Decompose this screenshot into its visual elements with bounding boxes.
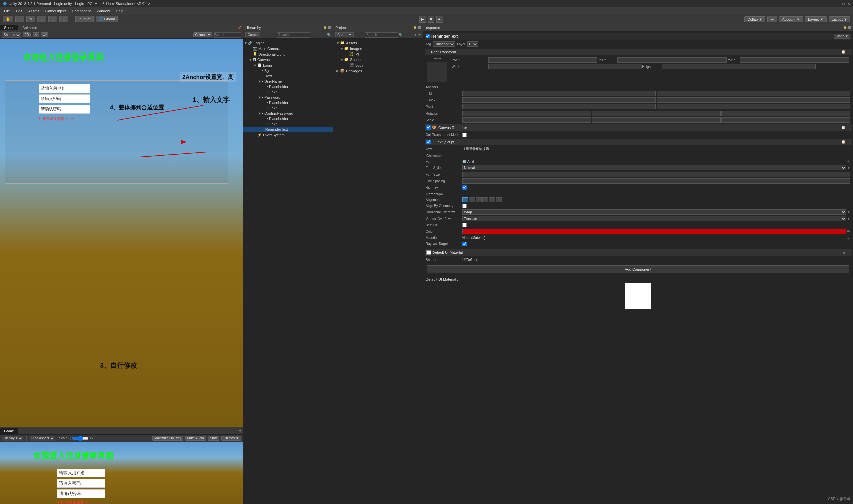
raycast-checkbox[interactable] [462, 241, 467, 246]
project-assets[interactable]: ▼ 📁 Assets [335, 40, 422, 46]
rect-transform-section[interactable]: ⊞ Rect Transform 📋 ⋮ [425, 49, 852, 55]
cr-paste-icon[interactable]: 📋 [841, 126, 845, 129]
mat-menu-icon[interactable]: ⋮ [846, 251, 850, 254]
cloud-button[interactable]: ☁ [767, 16, 777, 22]
scale-tool[interactable]: ⊞ [37, 16, 46, 22]
align-center-mid[interactable]: ≡ [489, 197, 495, 202]
project-menu-icon[interactable]: ☰ [418, 26, 421, 29]
align-by-geometry-checkbox[interactable] [462, 203, 467, 208]
pause-button[interactable]: ⏸ [428, 16, 434, 23]
project-scenes[interactable]: ▼ 📁 Scenes [335, 57, 422, 62]
collab-button[interactable]: Collab ▼ [744, 16, 765, 22]
color-swatch[interactable] [462, 229, 846, 234]
hier-item-confirmpassword[interactable]: ▼ ▪ ConfirmPassword [243, 111, 333, 116]
menu-window[interactable]: Window [94, 8, 112, 14]
hier-item-login[interactable]: ▼ 🔗 Login* [243, 40, 333, 46]
game-tab[interactable]: Game [0, 428, 18, 434]
game-confirm-input[interactable]: 请确认密码 [57, 489, 105, 498]
inspector-active-checkbox[interactable] [426, 34, 430, 38]
layout-button[interactable]: Layout ▼ [829, 16, 850, 22]
account-button[interactable]: Account ▼ [779, 16, 803, 22]
game-username-input[interactable]: 请输入用户名 [57, 469, 105, 478]
scale-z-input[interactable]: Z 1 [722, 117, 850, 123]
hier-lock-icon[interactable]: 🔒 [323, 26, 327, 29]
hier-item-bg[interactable]: ▪ Bg [243, 68, 333, 73]
cull-checkbox[interactable] [462, 132, 467, 137]
menu-gameobject[interactable]: GameObject [43, 8, 69, 14]
align-right-mid[interactable]: ≡ [496, 197, 502, 202]
vertical-overflow-select[interactable]: Truncate [462, 216, 846, 221]
project-eye-icon[interactable]: 👁 [414, 33, 417, 37]
animator-tab[interactable]: Animator [18, 25, 41, 30]
menu-edit[interactable]: Edit [13, 8, 25, 14]
align-center-top[interactable]: ≡ [469, 197, 475, 202]
cr-menu-icon[interactable]: ⋮ [846, 126, 850, 129]
hier-item-text1[interactable]: T Text [243, 73, 333, 78]
project-packages[interactable]: ▶ 📦 Packages [335, 68, 422, 74]
project-create-button[interactable]: Create ▼ [335, 32, 354, 37]
ts-menu-icon[interactable]: ⋮ [846, 140, 850, 144]
game-password-input[interactable]: 请输入密码 [57, 479, 105, 488]
rect-tool[interactable]: ⊡ [48, 16, 57, 22]
layer-select[interactable]: UI [467, 41, 478, 47]
pos-y-input[interactable]: -326 [618, 57, 726, 62]
inspector-lock-icon[interactable]: 🔒 [843, 26, 847, 29]
hierarchy-search-input[interactable] [277, 32, 310, 38]
mat-settings-icon[interactable]: ⚙ [842, 251, 845, 254]
project-bg[interactable]: 🖼 Bg [335, 51, 422, 57]
scene-2d-button[interactable]: 2D [23, 32, 31, 37]
max-x-input[interactable]: X 0.5 [462, 97, 656, 103]
max-y-input[interactable]: Y 0.5 [657, 97, 850, 103]
default-material-section[interactable]: Default UI Material ⚙ ⋮ [425, 249, 852, 256]
tag-select[interactable]: Untagged [433, 41, 455, 47]
inspector-menu-icon[interactable]: ☰ [848, 26, 851, 29]
horizontal-overflow-select[interactable]: Wrap [462, 209, 846, 215]
layers-button[interactable]: Layers ▼ [805, 16, 827, 22]
hier-item-dirlight[interactable]: 💡 Directional Light [243, 51, 333, 57]
pos-x-input[interactable]: 0 [488, 57, 598, 62]
scale-y-input[interactable]: Y 1 [592, 117, 721, 123]
menu-file[interactable]: File [1, 8, 13, 14]
scale-slider[interactable] [72, 437, 89, 440]
height-input[interactable]: 80 [662, 64, 816, 69]
canvas-renderer-section[interactable]: 🎨 Canvas Renderer 📋 ⋮ [425, 124, 852, 130]
font-select-icon[interactable]: ◎ [847, 160, 850, 163]
hier-item-remindertext[interactable]: T ReminderText [243, 127, 333, 132]
material-select-icon[interactable]: ◎ [847, 236, 850, 239]
hand-tool[interactable]: ✋ [3, 16, 13, 22]
scene-light-button[interactable]: ☀ [33, 32, 39, 37]
font-style-select[interactable]: Normal [462, 165, 846, 170]
shaded-select[interactable]: Shaded [2, 32, 21, 38]
project-lock-icon[interactable]: 🔒 [413, 26, 417, 29]
project-star-icon[interactable]: ★ [418, 33, 421, 37]
menu-help[interactable]: Help [113, 8, 126, 14]
pivot-y-input[interactable]: Y 0.5 [657, 104, 850, 109]
hier-item-ph1[interactable]: ▪ Placeholder [243, 84, 333, 89]
hier-item-text3[interactable]: T Text [243, 105, 333, 111]
rich-text-checkbox[interactable] [462, 185, 467, 190]
menu-assets[interactable]: Assets [26, 8, 42, 14]
color-picker-icon[interactable]: ✏ [847, 229, 850, 234]
text-script-section[interactable]: T Text (Script) 📋 ⋮ [425, 139, 852, 145]
hier-item-canvas[interactable]: ▼ 🖼 Canvas [243, 57, 333, 62]
hier-item-eventsystem[interactable]: ⚡ EventSystem [243, 132, 333, 138]
hier-item-text4[interactable]: T Text [243, 121, 333, 127]
ts-paste-icon[interactable]: 📋 [841, 140, 845, 144]
titlebar-controls[interactable]: — □ ✕ [836, 2, 850, 6]
step-button[interactable]: ⏭ [437, 16, 443, 23]
align-left-mid[interactable]: ≡ [482, 197, 488, 202]
pivot-x-input[interactable]: X 0.5 [462, 104, 656, 109]
rot-y-input[interactable]: Y 0 [592, 111, 721, 116]
stats-button[interactable]: Stats [208, 436, 219, 441]
global-button[interactable]: 🌐 Global [96, 16, 118, 22]
rot-x-input[interactable]: X 0 [462, 111, 591, 116]
width-input[interactable]: 1000 [488, 64, 642, 69]
hier-menu-icon[interactable]: ☰ [328, 26, 331, 29]
mute-audio-button[interactable]: Mute Audio [185, 436, 206, 441]
hier-item-ph2[interactable]: ▪ Placeholder [243, 100, 333, 105]
line-spacing-input[interactable]: 1 [462, 178, 850, 183]
rot-z-input[interactable]: Z 0 [722, 111, 850, 116]
scene-search[interactable] [214, 32, 241, 38]
scene-audio-button[interactable]: 🔊 [41, 32, 48, 37]
project-images[interactable]: ▼ 📁 Images [335, 46, 422, 51]
